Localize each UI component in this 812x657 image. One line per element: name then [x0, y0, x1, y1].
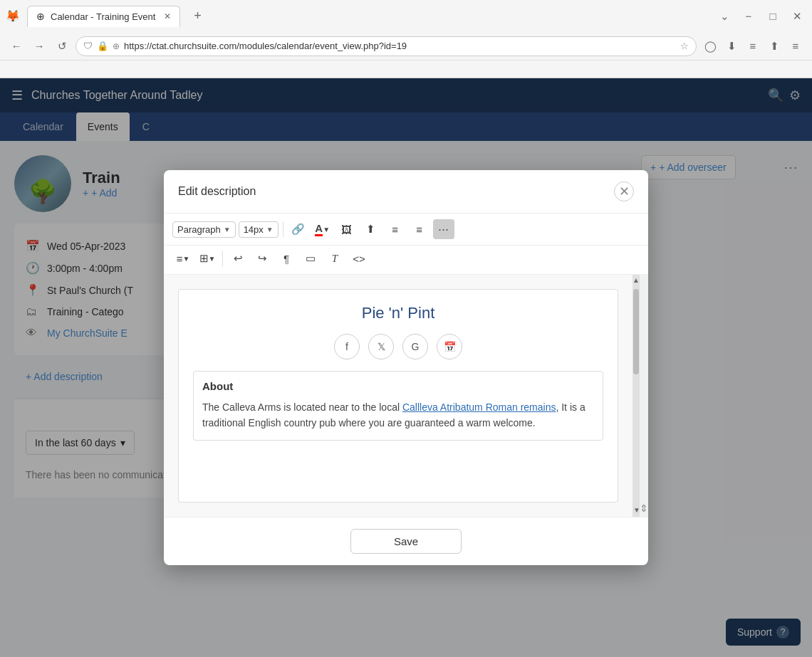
editor-inner[interactable]: Pie 'n' Pint f 𝕏 G 📅 About The — [178, 289, 618, 503]
paragraph-style-select[interactable]: Paragraph ▼ — [172, 221, 236, 238]
tab-favicon-icon: ⊕ — [36, 11, 45, 22]
modal-header: Edit description ✕ — [164, 170, 648, 214]
ordered-list-button[interactable]: ≡ — [409, 219, 430, 239]
browser-dropdown-icon[interactable]: ⌄ — [715, 7, 734, 26]
save-button[interactable]: Save — [350, 529, 462, 554]
nav-forward-button[interactable]: → — [30, 37, 48, 56]
bullets-button[interactable]: ≡ — [385, 219, 406, 239]
modal-footer: Save — [164, 517, 648, 565]
address-bar[interactable]: 🛡 🔒 ⊕ https://ctat.churchsuite.com/modul… — [76, 36, 697, 56]
align-button[interactable]: ≡ ▼ — [172, 248, 194, 268]
editor-toolbar-row2: ≡ ▼ ⊞ ▼ ↩ ↪ ¶ ▭ T <> — [164, 246, 648, 275]
upload-button[interactable]: ⬆ — [360, 219, 382, 239]
resize-icon: ⇕ — [640, 503, 648, 514]
link-button[interactable]: 🔗 — [288, 219, 309, 239]
undo-button[interactable]: ↩ — [227, 248, 249, 268]
editor-social-icons: f 𝕏 G 📅 — [193, 334, 603, 359]
bookmark-icon[interactable]: ☆ — [680, 41, 689, 51]
url-text[interactable]: https://ctat.churchsuite.com/modules/cal… — [124, 41, 676, 51]
about-heading: About — [202, 380, 594, 392]
nav-refresh-button[interactable]: ↺ — [53, 37, 71, 56]
editor-scrollbar[interactable]: ▲ ▼ — [633, 275, 640, 517]
paragraph-label: Paragraph — [177, 224, 221, 235]
modal-overlay[interactable]: Edit description ✕ Paragraph ▼ 14px ▼ 🔗 … — [0, 78, 812, 657]
calendar-share-icon[interactable]: 📅 — [437, 334, 462, 359]
pocket-icon[interactable]: ◯ — [701, 37, 719, 56]
google-icon[interactable]: G — [402, 334, 428, 359]
download-icon[interactable]: ⬇ — [722, 37, 741, 56]
menu-icon[interactable]: ≡ — [786, 37, 805, 56]
tab-close-button[interactable]: ✕ — [164, 11, 171, 21]
font-size-label: 14px — [244, 224, 264, 235]
editor-event-title[interactable]: Pie 'n' Pint — [193, 304, 603, 322]
firefox-logo-icon: 🦊 — [6, 9, 20, 23]
edit-description-modal: Edit description ✕ Paragraph ▼ 14px ▼ 🔗 … — [164, 170, 648, 565]
share-icon[interactable]: ⬆ — [765, 37, 784, 56]
twitter-icon[interactable]: 𝕏 — [368, 334, 394, 359]
address-icon: ⊕ — [113, 41, 120, 51]
browser-navbar: ← → ↺ 🛡 🔒 ⊕ https://ctat.churchsuite.com… — [0, 32, 812, 61]
toolbar-separator-2 — [222, 251, 223, 266]
editor-content-area[interactable]: Pie 'n' Pint f 𝕏 G 📅 About The — [164, 275, 633, 517]
browser-close-button[interactable]: ✕ — [788, 7, 806, 26]
code-button[interactable]: <> — [348, 248, 370, 268]
editor-body: Pie 'n' Pint f 𝕏 G 📅 About The — [164, 275, 648, 517]
active-tab[interactable]: ⊕ Calendar - Training Event ✕ — [27, 6, 180, 27]
image-button[interactable]: 🖼 — [336, 219, 358, 239]
browser-maximize-button[interactable]: □ — [764, 7, 782, 26]
nav-back-button[interactable]: ← — [7, 37, 26, 56]
about-text-before-link: The Calleva Arms is located near to the … — [202, 401, 402, 413]
editor-toolbar-row1: Paragraph ▼ 14px ▼ 🔗 A ▼ 🖼 ⬆ ≡ ≡ ⋯ — [164, 214, 648, 246]
text-color-button[interactable]: A ▼ — [312, 219, 333, 239]
modal-close-button[interactable]: ✕ — [614, 182, 634, 201]
browser-nav-icons: ◯ ⬇ ≡ ⬆ ≡ — [701, 37, 805, 56]
font-size-select[interactable]: 14px ▼ — [239, 221, 279, 238]
browser-minimize-button[interactable]: − — [739, 7, 758, 26]
shield-icon: 🛡 — [83, 41, 93, 51]
browser-titlebar: 🦊 ⊕ Calendar - Training Event ✕ + ⌄ − □ … — [0, 0, 812, 32]
scroll-up-arrow[interactable]: ▲ — [633, 276, 640, 284]
scrollbar-thumb[interactable] — [633, 289, 639, 374]
tab-title: Calendar - Training Event — [51, 11, 155, 22]
facebook-icon[interactable]: f — [334, 334, 360, 359]
scroll-down-arrow-container: ▼ — [633, 503, 640, 515]
block-quote-button[interactable]: ▭ — [300, 248, 321, 268]
about-text: The Calleva Arms is located near to the … — [202, 399, 594, 431]
redo-button[interactable]: ↪ — [251, 248, 273, 268]
modal-title: Edit description — [178, 185, 256, 198]
font-size-dropdown-icon: ▼ — [266, 226, 274, 233]
about-section: About The Calleva Arms is located near t… — [193, 371, 603, 441]
browser-chrome: 🦊 ⊕ Calendar - Training Event ✕ + ⌄ − □ … — [0, 0, 812, 78]
scroll-down-arrow[interactable]: ▼ — [633, 506, 640, 514]
paragraph-mark-button[interactable]: ¶ — [276, 248, 297, 268]
lock-icon: 🔒 — [97, 41, 108, 51]
calleva-link[interactable]: Callleva Atribatum Roman remains — [402, 401, 556, 413]
app-container: ☰ Churches Together Around Tadley 🔍 ⚙ Ca… — [0, 78, 812, 657]
toolbar-separator-1 — [283, 221, 283, 237]
new-tab-button[interactable]: + — [187, 6, 207, 26]
editor-resize-handle[interactable]: ⇕ — [640, 275, 648, 517]
paragraph-dropdown-icon: ▼ — [224, 226, 231, 233]
more-options-button[interactable]: ⋯ — [433, 219, 454, 239]
clear-format-button[interactable]: T — [324, 248, 345, 268]
library-icon[interactable]: ≡ — [744, 37, 762, 56]
table-button[interactable]: ⊞ ▼ — [197, 248, 218, 268]
